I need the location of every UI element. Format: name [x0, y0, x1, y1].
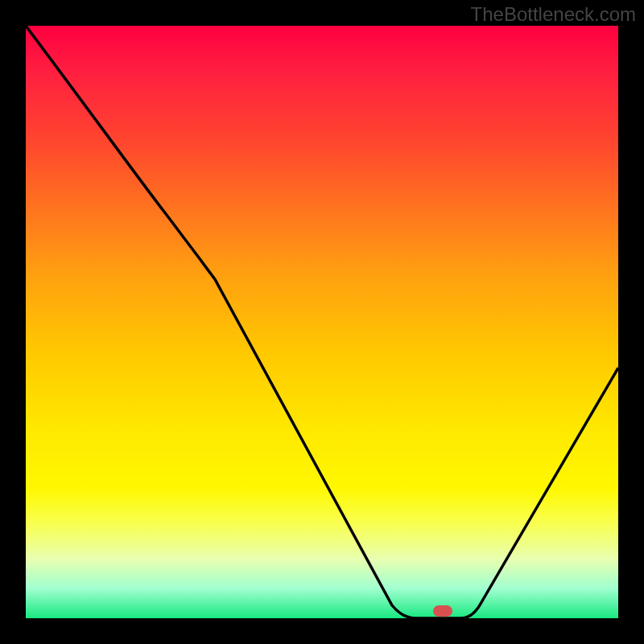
bottleneck-curve	[26, 26, 618, 618]
chart-plot-area	[26, 26, 618, 618]
optimal-point-marker	[433, 605, 452, 617]
watermark-text: TheBottleneck.com	[471, 3, 636, 26]
